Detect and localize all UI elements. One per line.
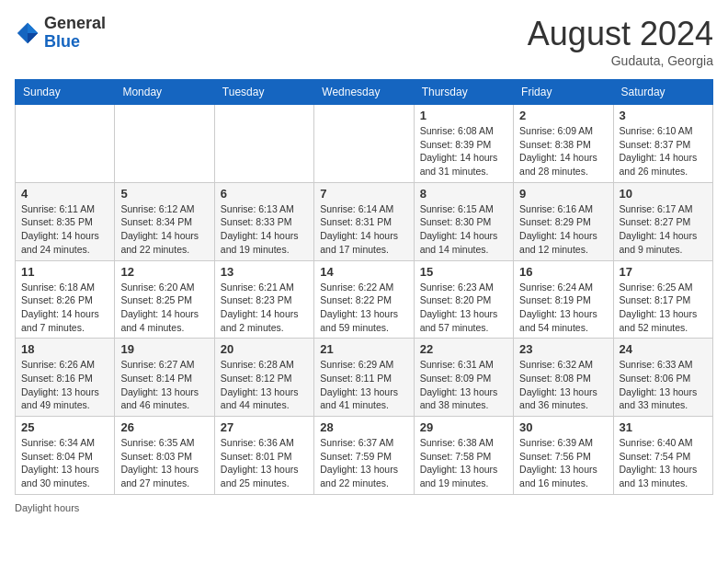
day-info: Sunrise: 6:13 AMSunset: 8:33 PMDaylight:… [221,202,308,257]
calendar-cell: 15Sunrise: 6:23 AMSunset: 8:20 PMDayligh… [414,260,513,339]
day-number: 26 [120,420,208,434]
day-number: 18 [21,342,108,356]
calendar-cell: 7Sunrise: 6:14 AMSunset: 8:31 PMDaylight… [314,182,414,260]
day-info: Sunrise: 6:34 AMSunset: 8:04 PMDaylight:… [21,436,108,490]
day-number: 11 [21,265,108,279]
calendar-cell: 12Sunrise: 6:20 AMSunset: 8:25 PMDayligh… [115,260,214,339]
day-info: Sunrise: 6:10 AMSunset: 8:37 PMDaylight:… [620,124,707,178]
day-number: 28 [320,420,407,434]
day-info: Sunrise: 6:40 AMSunset: 7:54 PMDaylight:… [620,436,707,490]
day-number: 16 [519,265,607,279]
day-info: Sunrise: 6:20 AMSunset: 8:25 PMDaylight:… [120,281,208,335]
day-info: Sunrise: 6:24 AMSunset: 8:19 PMDaylight:… [519,281,607,335]
day-info: Sunrise: 6:31 AMSunset: 8:09 PMDaylight:… [420,358,507,412]
day-number: 8 [420,187,507,201]
calendar-cell: 14Sunrise: 6:22 AMSunset: 8:22 PMDayligh… [314,260,414,339]
calendar-body: 1Sunrise: 6:08 AMSunset: 8:39 PMDaylight… [16,105,713,495]
svg-marker-1 [28,23,38,33]
day-number: 29 [420,420,507,434]
calendar-cell: 23Sunrise: 6:32 AMSunset: 8:08 PMDayligh… [514,339,613,417]
calendar-cell: 20Sunrise: 6:28 AMSunset: 8:12 PMDayligh… [214,339,313,417]
calendar-cell: 13Sunrise: 6:21 AMSunset: 8:23 PMDayligh… [214,260,313,339]
calendar-cell: 6Sunrise: 6:13 AMSunset: 8:33 PMDaylight… [214,182,313,260]
days-of-week-row: SundayMondayTuesdayWednesdayThursdayFrid… [16,80,713,105]
logo-general-text: General [44,15,106,33]
day-info: Sunrise: 6:16 AMSunset: 8:29 PMDaylight:… [519,202,607,257]
calendar-week-row: 11Sunrise: 6:18 AMSunset: 8:26 PMDayligh… [16,260,713,339]
day-info: Sunrise: 6:12 AMSunset: 8:34 PMDaylight:… [120,202,208,257]
daylight-label: Daylight hours [15,502,79,513]
day-number: 23 [519,342,607,356]
calendar-cell: 29Sunrise: 6:38 AMSunset: 7:58 PMDayligh… [414,417,513,495]
day-of-week-header: Friday [514,80,613,105]
calendar-cell: 26Sunrise: 6:35 AMSunset: 8:03 PMDayligh… [115,417,214,495]
day-info: Sunrise: 6:18 AMSunset: 8:26 PMDaylight:… [21,281,108,335]
calendar-header: SundayMondayTuesdayWednesdayThursdayFrid… [16,80,713,105]
calendar-cell: 16Sunrise: 6:24 AMSunset: 8:19 PMDayligh… [514,260,613,339]
page-header: General Blue August 2024 Gudauta, Georgi… [15,15,713,68]
day-number: 15 [420,265,507,279]
calendar-week-row: 1Sunrise: 6:08 AMSunset: 8:39 PMDaylight… [16,105,713,183]
calendar-cell: 24Sunrise: 6:33 AMSunset: 8:06 PMDayligh… [613,339,712,417]
day-info: Sunrise: 6:22 AMSunset: 8:22 PMDaylight:… [320,281,407,335]
day-number: 31 [620,420,707,434]
day-info: Sunrise: 6:17 AMSunset: 8:27 PMDaylight:… [620,202,707,257]
day-info: Sunrise: 6:15 AMSunset: 8:30 PMDaylight:… [420,202,507,257]
day-of-week-header: Thursday [414,80,513,105]
calendar-cell: 28Sunrise: 6:37 AMSunset: 7:59 PMDayligh… [314,417,414,495]
day-number: 21 [320,342,407,356]
day-info: Sunrise: 6:23 AMSunset: 8:20 PMDaylight:… [420,281,507,335]
calendar-cell [16,105,115,183]
day-info: Sunrise: 6:25 AMSunset: 8:17 PMDaylight:… [620,281,707,335]
calendar-cell: 1Sunrise: 6:08 AMSunset: 8:39 PMDaylight… [414,105,513,183]
calendar-cell: 17Sunrise: 6:25 AMSunset: 8:17 PMDayligh… [613,260,712,339]
day-number: 10 [620,187,707,201]
day-number: 7 [320,187,407,201]
month-title: August 2024 [528,15,713,53]
calendar-cell: 27Sunrise: 6:36 AMSunset: 8:01 PMDayligh… [214,417,313,495]
calendar-cell [314,105,414,183]
day-number: 5 [120,187,208,201]
day-info: Sunrise: 6:14 AMSunset: 8:31 PMDaylight:… [320,202,407,257]
day-number: 14 [320,265,407,279]
day-info: Sunrise: 6:35 AMSunset: 8:03 PMDaylight:… [120,436,208,490]
calendar-cell: 22Sunrise: 6:31 AMSunset: 8:09 PMDayligh… [414,339,513,417]
day-info: Sunrise: 6:32 AMSunset: 8:08 PMDaylight:… [519,358,607,412]
day-info: Sunrise: 6:33 AMSunset: 8:06 PMDaylight:… [620,358,707,412]
logo-icon [15,20,40,46]
day-info: Sunrise: 6:38 AMSunset: 7:58 PMDaylight:… [420,436,507,490]
logo: General Blue [15,15,106,52]
calendar-cell: 21Sunrise: 6:29 AMSunset: 8:11 PMDayligh… [314,339,414,417]
day-number: 20 [221,342,308,356]
day-number: 25 [21,420,108,434]
day-info: Sunrise: 6:11 AMSunset: 8:35 PMDaylight:… [21,202,108,257]
logo-text: General Blue [44,15,106,52]
calendar-cell: 11Sunrise: 6:18 AMSunset: 8:26 PMDayligh… [16,260,115,339]
day-number: 12 [120,265,208,279]
calendar-cell [115,105,214,183]
svg-marker-2 [28,33,38,43]
day-number: 9 [519,187,607,201]
day-number: 17 [620,265,707,279]
location-title: Gudauta, Georgia [528,53,713,68]
day-info: Sunrise: 6:28 AMSunset: 8:12 PMDaylight:… [221,358,308,412]
calendar-cell: 18Sunrise: 6:26 AMSunset: 8:16 PMDayligh… [16,339,115,417]
calendar-week-row: 4Sunrise: 6:11 AMSunset: 8:35 PMDaylight… [16,182,713,260]
logo-blue-text: Blue [44,33,106,52]
calendar-cell: 25Sunrise: 6:34 AMSunset: 8:04 PMDayligh… [16,417,115,495]
day-number: 19 [120,342,208,356]
calendar-cell: 5Sunrise: 6:12 AMSunset: 8:34 PMDaylight… [115,182,214,260]
day-number: 6 [221,187,308,201]
day-of-week-header: Monday [115,80,214,105]
day-info: Sunrise: 6:39 AMSunset: 7:56 PMDaylight:… [519,436,607,490]
calendar-cell: 19Sunrise: 6:27 AMSunset: 8:14 PMDayligh… [115,339,214,417]
day-of-week-header: Tuesday [214,80,313,105]
day-of-week-header: Saturday [613,80,712,105]
day-number: 24 [620,342,707,356]
day-number: 22 [420,342,507,356]
day-info: Sunrise: 6:29 AMSunset: 8:11 PMDaylight:… [320,358,407,412]
day-info: Sunrise: 6:08 AMSunset: 8:39 PMDaylight:… [420,124,507,178]
day-info: Sunrise: 6:27 AMSunset: 8:14 PMDaylight:… [120,358,208,412]
calendar-cell: 3Sunrise: 6:10 AMSunset: 8:37 PMDaylight… [613,105,712,183]
footer: Daylight hours [15,502,713,513]
